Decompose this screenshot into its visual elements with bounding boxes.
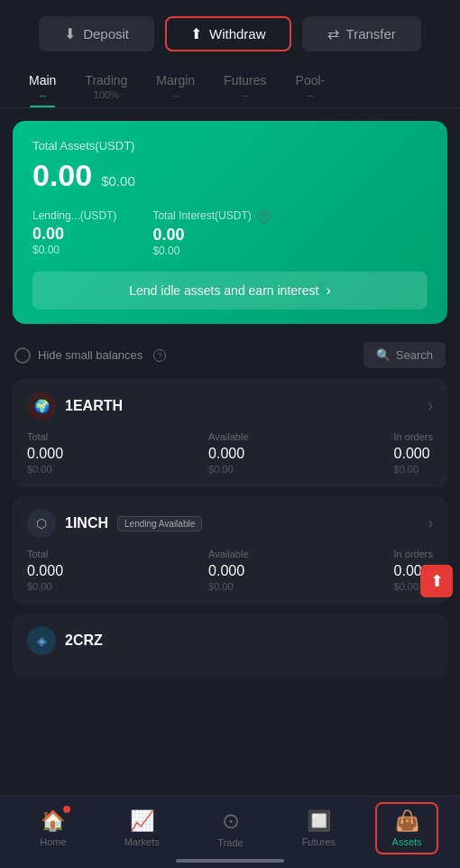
hide-small-checkbox[interactable] <box>14 347 31 364</box>
col-orders-val: 0.000 <box>394 446 433 462</box>
total-assets-label: Total Assets(USDT) <box>32 139 428 152</box>
asset-name-1inch: 1INCH <box>65 515 108 531</box>
hide-small-label: Hide small balances <box>38 348 143 362</box>
asset-name-row-1inch: ⬡ 1INCH Lending Available <box>27 509 202 538</box>
col-total-usd: $0.00 <box>27 464 63 475</box>
col-total-val: 0.000 <box>27 446 63 462</box>
tab-margin[interactable]: Margin -- <box>142 64 209 107</box>
nav-markets-label: Markets <box>124 836 160 847</box>
asset-col-orders-1earth: In orders 0.000 $0.00 <box>394 431 433 475</box>
transfer-icon: ⇄ <box>327 25 339 42</box>
asset-name-2crz: 2CRZ <box>65 633 103 649</box>
col-avail-usd-1inch: $0.00 <box>208 581 248 592</box>
search-button[interactable]: 🔍 Search <box>363 342 446 368</box>
tab-main[interactable]: Main -- <box>14 64 70 107</box>
info-icon: ? <box>258 210 271 223</box>
col-avail-label-1inch: Available <box>208 549 248 559</box>
tab-futures[interactable]: Futures -- <box>209 64 281 107</box>
asset-icon-1inch: ⬡ <box>27 509 56 538</box>
nav-assets-label: Assets <box>392 836 422 847</box>
assets-icon: 👜 <box>395 809 419 833</box>
lending-fiat: $0.00 <box>32 244 116 256</box>
trade-icon: ⊙ <box>222 808 240 834</box>
nav-item-futures[interactable]: 🔲 Futures <box>287 802 350 854</box>
asset-cols-1earth: Total 0.000 $0.00 Available 0.000 $0.00 … <box>27 431 433 475</box>
asset-icon-1earth: 🌍 <box>27 392 56 420</box>
asset-name-1earth: 1EARTH <box>65 398 123 414</box>
total-interest-fiat: $0.00 <box>152 245 271 257</box>
tab-trading-sub: 100% <box>94 89 119 100</box>
col-avail-val: 0.000 <box>208 446 248 462</box>
total-interest-label: Total Interest(USDT) ? <box>152 209 271 223</box>
asset-col-available-1inch: Available 0.000 $0.00 <box>208 549 248 592</box>
asset-list: 🌍 1EARTH › Total 0.000 $0.00 Available 0… <box>0 379 460 805</box>
col-orders-label-1inch: In orders <box>394 549 433 559</box>
top-action-bar: ⬇ Deposit ⬆ Withdraw ⇄ Transfer <box>0 0 460 64</box>
col-orders-usd: $0.00 <box>394 464 433 475</box>
nav-item-trade[interactable]: ⊙ Trade <box>199 801 262 855</box>
col-avail-label: Available <box>208 431 248 442</box>
asset-item-1inch[interactable]: ⬡ 1INCH Lending Available › Total 0.000 … <box>13 496 447 605</box>
search-icon: 🔍 <box>376 348 391 362</box>
transfer-button[interactable]: ⇄ Transfer <box>302 16 421 51</box>
col-avail-val-1inch: 0.000 <box>208 563 248 579</box>
lend-cta-button[interactable]: Lend idle assets and earn interest › <box>32 272 428 309</box>
nav-futures-label: Futures <box>302 836 336 847</box>
col-total-val-1inch: 0.000 <box>27 563 63 579</box>
futures-nav-icon: 🔲 <box>307 809 331 833</box>
col-total-usd-1inch: $0.00 <box>27 581 63 592</box>
filter-bar: Hide small balances ? 🔍 Search <box>0 333 460 377</box>
home-icon: 🏠 <box>41 809 65 832</box>
home-badge-dot <box>63 806 70 813</box>
total-interest-value: 0.00 <box>152 226 271 245</box>
tab-margin-sub: -- <box>172 89 179 100</box>
asset-col-total-1inch: Total 0.000 $0.00 <box>27 549 63 592</box>
lending-item: Lending...(USDT) 0.00 $0.00 <box>32 209 116 257</box>
cta-arrow-icon: › <box>326 282 330 299</box>
withdraw-label: Withdraw <box>209 26 266 42</box>
asset-arrow-icon: › <box>428 398 433 414</box>
asset-cols-1inch: Total 0.000 $0.00 Available 0.000 $0.00 … <box>27 549 433 592</box>
nav-item-home[interactable]: 🏠 Home <box>22 802 85 854</box>
search-label: Search <box>396 348 433 362</box>
tab-trading[interactable]: Trading 100% <box>70 64 142 107</box>
asset-header-1inch: ⬡ 1INCH Lending Available › <box>27 509 433 538</box>
asset-card-details-row: Lending...(USDT) 0.00 $0.00 Total Intere… <box>32 209 428 257</box>
tab-bar: Main -- Trading 100% Margin -- Futures -… <box>0 64 460 108</box>
hide-small-balances[interactable]: Hide small balances ? <box>14 347 166 364</box>
nav-trade-label: Trade <box>217 837 243 848</box>
col-total-label-1inch: Total <box>27 549 63 559</box>
deposit-button[interactable]: ⬇ Deposit <box>39 16 154 51</box>
col-avail-usd: $0.00 <box>208 464 248 475</box>
nav-item-markets[interactable]: 📈 Markets <box>110 802 174 854</box>
asset-col-available-1earth: Available 0.000 $0.00 <box>208 431 248 475</box>
bottom-navigation: 🏠 Home 📈 Markets ⊙ Trade 🔲 Futures 👜 Ass… <box>0 796 460 868</box>
asset-name-row-2crz: ◈ 2CRZ <box>27 626 103 655</box>
tab-main-label: Main <box>29 73 56 88</box>
floating-action-button[interactable]: ⬆ <box>420 565 453 597</box>
lending-label: Lending...(USDT) <box>32 209 116 222</box>
tab-pool[interactable]: Pool- -- <box>281 64 340 107</box>
withdraw-icon: ⬆ <box>190 25 202 42</box>
transfer-label: Transfer <box>346 26 396 42</box>
asset-col-total-1earth: Total 0.000 $0.00 <box>27 431 63 475</box>
tab-futures-label: Futures <box>224 73 266 88</box>
asset-arrow-icon-1inch: › <box>428 515 433 531</box>
home-icon-wrapper: 🏠 <box>41 809 65 833</box>
asset-header-2crz: ◈ 2CRZ <box>27 626 433 655</box>
home-indicator <box>176 859 284 863</box>
nav-home-label: Home <box>40 836 66 847</box>
tab-margin-label: Margin <box>156 73 195 88</box>
tab-pool-label: Pool- <box>296 73 326 88</box>
lend-cta-label: Lend idle assets and earn interest <box>129 283 318 298</box>
asset-item-2crz[interactable]: ◈ 2CRZ <box>13 614 447 679</box>
tab-futures-sub: -- <box>242 89 248 100</box>
tab-pool-sub: -- <box>307 89 313 100</box>
total-interest-item: Total Interest(USDT) ? 0.00 $0.00 <box>152 209 271 257</box>
nav-item-assets[interactable]: 👜 Assets <box>375 802 438 854</box>
lending-available-badge: Lending Available <box>117 516 202 531</box>
asset-item-1earth[interactable]: 🌍 1EARTH › Total 0.000 $0.00 Available 0… <box>13 379 447 487</box>
asset-summary-card: Total Assets(USDT) 0.00 $0.00 Lending...… <box>13 121 447 324</box>
asset-header-1earth: 🌍 1EARTH › <box>27 392 433 420</box>
withdraw-button[interactable]: ⬆ Withdraw <box>165 16 291 51</box>
